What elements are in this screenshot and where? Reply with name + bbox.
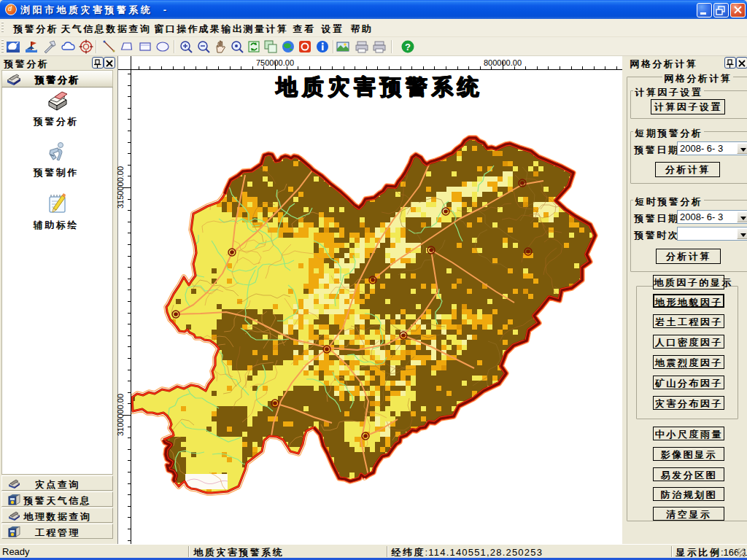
svg-text:?: ? [405, 42, 411, 52]
